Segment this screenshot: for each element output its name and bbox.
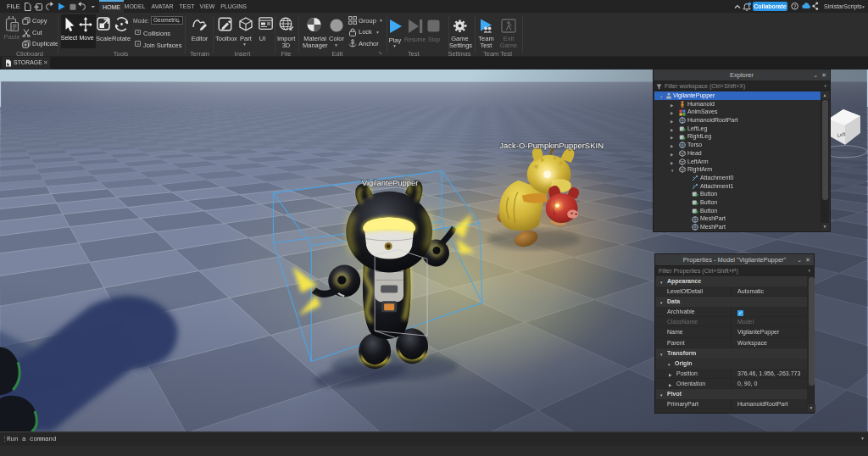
svg-text:VigilantePupper: VigilantePupper: [362, 178, 419, 187]
svg-text:Jack-O-PumpkinPupperSKIN: Jack-O-PumpkinPupperSKIN: [499, 141, 604, 150]
svg-text:?: ?: [793, 3, 797, 9]
